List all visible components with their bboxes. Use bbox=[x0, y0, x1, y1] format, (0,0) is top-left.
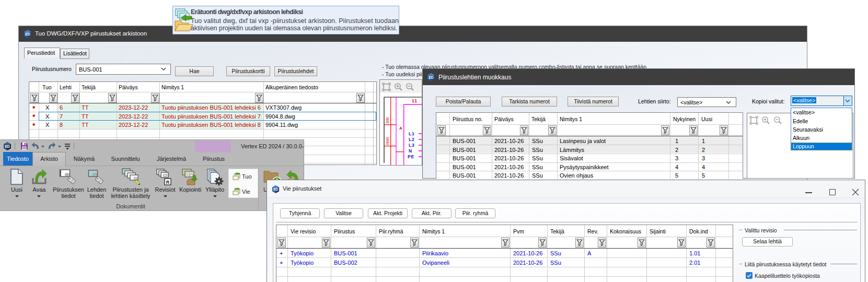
svg-text:L2: L2 bbox=[409, 137, 415, 142]
svg-text:N: N bbox=[409, 148, 412, 154]
svg-text:PE: PE bbox=[408, 154, 414, 159]
svg-text:L3: L3 bbox=[409, 143, 415, 148]
svg-text:ED: ED bbox=[5, 145, 10, 148]
svg-text:R: R bbox=[166, 180, 170, 185]
svg-text:L1: L1 bbox=[409, 131, 415, 136]
svg-text:ED: ED bbox=[25, 32, 30, 36]
svg-text:ED: ED bbox=[273, 187, 278, 191]
svg-text:ED: ED bbox=[429, 76, 434, 79]
svg-text:11: 11 bbox=[412, 98, 418, 103]
svg-text:A: A bbox=[399, 126, 402, 131]
